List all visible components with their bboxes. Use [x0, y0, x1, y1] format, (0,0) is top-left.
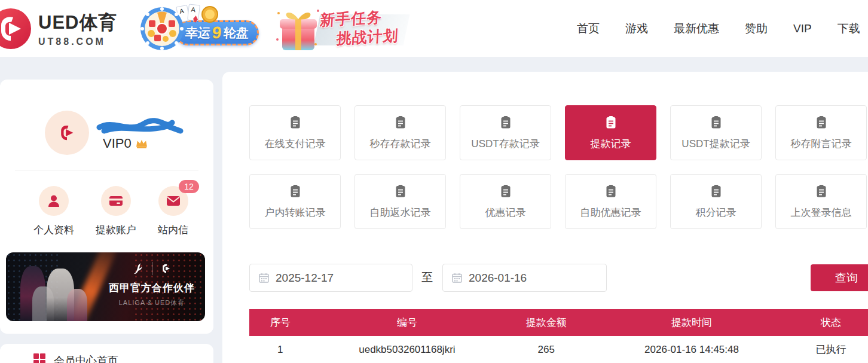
username-scribble	[96, 115, 185, 137]
clipboard-icon	[393, 115, 408, 132]
clipboard-icon	[499, 184, 513, 201]
nav-item-5[interactable]: 下载	[838, 21, 860, 36]
shortcut-withdraw-account[interactable]: 提款账户	[96, 186, 136, 237]
column-header-3: 提款时间	[589, 316, 794, 330]
roulette-text-3: 轮盘	[223, 25, 249, 41]
clipboard-icon	[814, 115, 829, 132]
date-to-input[interactable]: 2026-01-16	[442, 264, 607, 292]
date-to-value: 2026-01-16	[469, 272, 527, 285]
column-header-4: 状态	[794, 316, 868, 330]
players-silhouette	[16, 261, 105, 321]
tab-秒存存款记录[interactable]: 秒存存款记录	[354, 105, 446, 160]
clipboard-icon	[709, 115, 723, 132]
top-header: UED体育 UT88.COM A A	[0, 0, 868, 57]
tab-label: 积分记录	[696, 206, 736, 219]
laliga-banner-subtitle: LALIGA & UED体育	[107, 298, 197, 307]
logo-separator	[152, 262, 152, 275]
vip-level: VIP0	[103, 136, 148, 151]
tab-积分记录[interactable]: 积分记录	[670, 174, 762, 229]
clipboard-icon	[604, 184, 618, 201]
table-cell-0: 1	[249, 344, 311, 356]
tab-优惠记录[interactable]: 优惠记录	[460, 174, 551, 229]
mail-icon	[166, 193, 181, 209]
vip-label: VIP0	[103, 136, 132, 151]
bank-card-icon	[108, 193, 124, 209]
promo-newbie-task-banner[interactable]: 新手任务 挑战计划	[274, 4, 411, 53]
avatar[interactable]	[45, 111, 89, 155]
clipboard-icon	[604, 115, 618, 132]
table-cell-1: uedkb5032601168jkri	[311, 344, 503, 356]
shortcut-label: 站内信	[158, 223, 188, 237]
newbie-line-2: 挑战计划	[336, 26, 399, 48]
tab-在线支付记录[interactable]: 在线支付记录	[249, 105, 341, 160]
nav-item-2[interactable]: 最新优惠	[674, 21, 719, 36]
tab-上次登录信息[interactable]: 上次登录信息	[775, 174, 867, 229]
message-count-badge: 12	[179, 180, 199, 193]
tab-label: 优惠记录	[485, 206, 526, 219]
nav-item-1[interactable]: 游戏	[625, 21, 648, 36]
shortcut-label: 提款账户	[96, 223, 136, 237]
promo-lucky-wheel-banner[interactable]: A A 幸运 9 轮盘	[139, 5, 259, 53]
tab-label: 秒存附言记录	[791, 137, 852, 151]
tab-秒存附言记录[interactable]: 秒存附言记录	[775, 105, 867, 160]
date-from-input[interactable]: 2025-12-17	[249, 264, 412, 292]
nav-item-0[interactable]: 首页	[577, 21, 600, 36]
tab-自助返水记录[interactable]: 自助返水记录	[354, 174, 446, 229]
clipboard-icon	[288, 184, 302, 201]
member-home-icon	[33, 353, 45, 363]
nav-item-4[interactable]: VIP	[793, 22, 812, 35]
brand-name: UED体育	[38, 10, 117, 35]
clipboard-icon	[709, 184, 723, 201]
user-icon	[46, 193, 62, 209]
tab-label: 自助优惠记录	[580, 206, 641, 219]
date-filter-row: 2025-12-17 至 2026-01-16 查询	[249, 264, 868, 292]
main-nav: 首页游戏最新优惠赞助VIP下载	[577, 0, 860, 57]
sidebar-profile-card: VIP0 个人资料	[0, 80, 213, 334]
brand-logo[interactable]: UED体育 UT88.COM	[0, 7, 117, 50]
clipboard-icon	[814, 184, 829, 201]
tab-提款记录[interactable]: 提款记录	[565, 105, 656, 160]
laliga-partner-banner[interactable]: 西甲官方合作伙伴 LALIGA & UED体育	[6, 252, 205, 321]
clipboard-icon	[499, 115, 513, 132]
tab-自助优惠记录[interactable]: 自助优惠记录	[565, 174, 656, 229]
brand-domain: UT88.COM	[38, 36, 117, 47]
tab-label: 秒存存款记录	[370, 137, 431, 151]
gift-box-icon	[274, 5, 323, 53]
laliga-banner-title: 西甲官方合作伙伴	[107, 281, 197, 295]
record-tabs-grid: 在线支付记录秒存存款记录USDT存款记录提款记录USDT提款记录秒存附言记录户内…	[249, 105, 867, 229]
shortcut-profile[interactable]: 个人资料	[33, 186, 74, 237]
tab-label: 自助返水记录	[370, 206, 431, 219]
tab-USDT存款记录[interactable]: USDT存款记录	[460, 105, 551, 160]
table-row: 1uedkb5032601168jkri2652026-01-16 14:45:…	[249, 336, 868, 363]
sidebar-menu-card[interactable]: 会员中心首页	[0, 344, 213, 363]
nav-item-3[interactable]: 赞助	[745, 21, 768, 36]
tab-label: 提款记录	[591, 137, 631, 151]
clipboard-icon	[393, 184, 408, 201]
column-header-0: 序号	[249, 316, 311, 330]
ued-logo-white-icon	[158, 261, 174, 276]
tab-USDT提款记录[interactable]: USDT提款记录	[670, 105, 762, 160]
profile-row: VIP0	[0, 111, 213, 155]
withdrawal-records-table: 序号编号提款金额提款时间状态 1uedkb5032601168jkri26520…	[249, 309, 868, 363]
shortcut-messages[interactable]: 12 站内信	[158, 186, 188, 237]
tab-label: USDT存款记录	[471, 137, 539, 151]
member-home-label: 会员中心首页	[54, 353, 118, 363]
tab-label: 在线支付记录	[265, 137, 326, 151]
date-from-value: 2025-12-17	[276, 272, 334, 285]
column-header-1: 编号	[311, 316, 503, 330]
query-button[interactable]: 查询	[811, 264, 868, 291]
tab-label: 户内转账记录	[265, 206, 326, 219]
date-range-separator: 至	[421, 270, 433, 285]
crown-icon	[135, 138, 148, 149]
calendar-icon	[452, 273, 462, 283]
avatar-logo-icon	[54, 120, 80, 146]
tab-户内转账记录[interactable]: 户内转账记录	[249, 174, 341, 229]
table-header-row: 序号编号提款金额提款时间状态	[249, 309, 868, 336]
laliga-logo-icon	[130, 261, 146, 276]
calendar-icon	[259, 273, 269, 283]
main-content-card: 在线支付记录秒存存款记录USDT存款记录提款记录USDT提款记录秒存附言记录户内…	[222, 72, 868, 363]
tab-label: 上次登录信息	[791, 206, 852, 219]
table-cell-3: 2026-01-16 14:45:48	[589, 344, 794, 356]
shortcut-label: 个人资料	[33, 223, 74, 237]
sidebar-shortcuts: 个人资料 提款账户 12 站内信	[0, 186, 213, 237]
